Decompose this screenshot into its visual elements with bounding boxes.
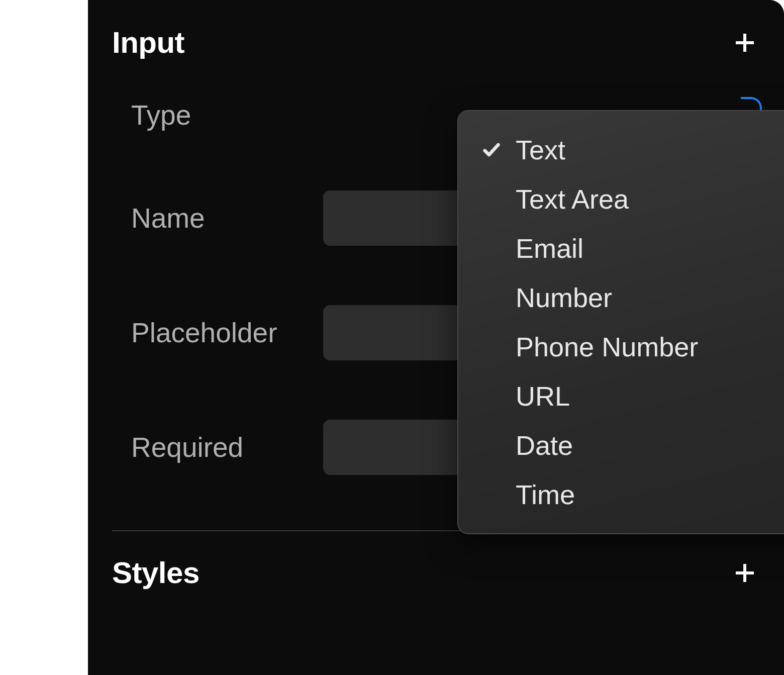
type-option-label: Date [516, 430, 573, 461]
type-option-label: Time [516, 479, 575, 510]
type-option[interactable]: Date [458, 421, 784, 470]
type-option-label: Phone Number [516, 331, 698, 362]
type-option-label: Number [516, 282, 612, 313]
type-option[interactable]: Phone Number [458, 322, 784, 371]
check-icon [476, 140, 507, 160]
input-section-title: Input [112, 25, 184, 60]
styles-section-header: Styles [112, 555, 760, 590]
type-option[interactable]: URL [458, 371, 784, 421]
field-label-type: Type [112, 99, 323, 131]
styles-section-add-button[interactable] [730, 558, 760, 588]
field-label-name: Name [112, 202, 323, 234]
field-label-required: Required [112, 431, 323, 463]
type-option-label: Text [516, 134, 565, 165]
field-label-placeholder: Placeholder [112, 317, 323, 349]
input-section-header: Input [112, 25, 760, 60]
plus-icon [733, 561, 757, 585]
type-option[interactable]: Text [458, 125, 784, 174]
type-dropdown-menu: TextText AreaEmailNumberPhone NumberURLD… [457, 110, 784, 534]
plus-icon [733, 31, 757, 55]
left-gutter [0, 0, 88, 675]
type-option[interactable]: Time [458, 470, 784, 519]
inspector-panel: Input Type Name [88, 0, 784, 675]
type-option[interactable]: Number [458, 273, 784, 322]
styles-section-title: Styles [112, 555, 200, 590]
type-option-label: URL [516, 380, 570, 412]
type-option-label: Email [516, 233, 583, 264]
type-option[interactable]: Text Area [458, 174, 784, 224]
type-option-label: Text Area [516, 183, 629, 215]
input-section-add-button[interactable] [730, 28, 760, 58]
type-option[interactable]: Email [458, 224, 784, 273]
